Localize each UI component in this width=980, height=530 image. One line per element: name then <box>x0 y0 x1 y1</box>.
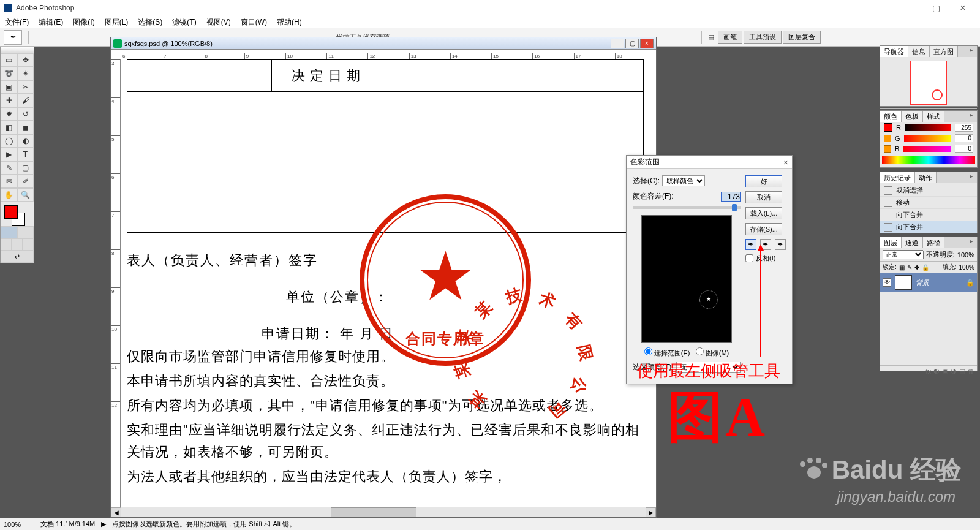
jump-to-imageready[interactable]: ⇄ <box>1 251 34 263</box>
radio-image[interactable]: 图像(M) <box>696 349 729 357</box>
tool-clone[interactable]: ✹ <box>1 107 17 121</box>
screen-full[interactable] <box>23 238 34 251</box>
selection-preview[interactable]: ★ <box>641 215 732 343</box>
dialog-title-bar[interactable]: 色彩范围 × <box>627 156 792 169</box>
ruler-vertical[interactable]: 3456789101112 <box>111 59 121 507</box>
lock-pixels-icon[interactable]: ✎ <box>907 264 912 271</box>
document-title-bar[interactable]: sqxfsqs.psd @ 100%(RGB/8) – ▢ × <box>111 37 656 50</box>
cancel-button[interactable]: 取消 <box>745 191 782 203</box>
adjustment-icon[interactable]: ◑ <box>951 367 957 375</box>
tool-hand[interactable]: ✋ <box>1 188 17 202</box>
blend-mode-dropdown[interactable]: 正常 <box>883 250 924 259</box>
color-swatches[interactable] <box>1 202 34 226</box>
menu-select[interactable]: 选择(S) <box>133 16 167 28</box>
radio-selection[interactable]: 选择范围(E) <box>644 349 690 357</box>
eyedropper-sub-icon[interactable]: ✒ <box>775 239 786 250</box>
tool-dodge[interactable]: ◐ <box>17 134 34 148</box>
g-value[interactable]: 0 <box>955 134 973 142</box>
mask-icon[interactable]: ◐ <box>933 367 940 375</box>
menu-edit[interactable]: 编辑(E) <box>34 16 68 28</box>
layer-name[interactable]: 背景 <box>916 278 929 287</box>
panel-menu-icon[interactable]: ▸ <box>966 172 977 183</box>
h-scrollbar[interactable]: ◀ ▶ <box>111 507 656 517</box>
tool-slice[interactable]: ✂ <box>17 80 34 94</box>
tool-blur[interactable]: ◯ <box>1 134 17 148</box>
tool-brush[interactable]: 🖌 <box>17 94 34 107</box>
menu-help[interactable]: 帮助(H) <box>272 16 307 28</box>
save-button[interactable]: 存储(S)... <box>745 223 782 235</box>
menu-view[interactable]: 视图(V) <box>202 16 236 28</box>
history-item[interactable]: 向下合并 <box>880 221 977 233</box>
current-tool-icon[interactable]: ✒ <box>4 30 22 45</box>
tool-shape[interactable]: ▢ <box>17 161 34 175</box>
doc-close-button[interactable]: × <box>640 39 654 48</box>
tool-zoom[interactable]: 🔍 <box>17 188 34 202</box>
tab-styles[interactable]: 样式 <box>923 111 944 122</box>
tool-magic-wand[interactable]: ✴ <box>17 67 34 80</box>
gamut-warning-icon[interactable] <box>884 135 891 142</box>
ok-button[interactable]: 好 <box>745 175 782 187</box>
tool-eraser[interactable]: ◧ <box>1 121 17 134</box>
tool-move[interactable]: ✥ <box>17 53 34 67</box>
status-doc-size[interactable]: 文档:11.1M/9.14M <box>40 520 95 529</box>
tool-crop[interactable]: ▣ <box>1 80 17 94</box>
lock-all-icon[interactable]: 🔒 <box>922 264 929 271</box>
edit-standard-mode[interactable] <box>1 226 17 238</box>
menu-window[interactable]: 窗口(W) <box>236 16 272 28</box>
tool-history-brush[interactable]: ↺ <box>17 107 34 121</box>
b-value[interactable]: 0 <box>955 145 973 153</box>
screen-standard[interactable] <box>1 238 12 251</box>
b-slider[interactable] <box>903 146 951 152</box>
screen-full-menubar[interactable] <box>12 238 23 251</box>
folder-icon[interactable]: ▣ <box>942 367 948 375</box>
palette-well-icon[interactable]: ▤ <box>704 33 718 41</box>
tab-history[interactable]: 历史记录 <box>880 172 915 183</box>
tab-swatches[interactable]: 色板 <box>902 111 923 122</box>
tool-pen[interactable]: ✎ <box>1 161 17 175</box>
color-fg-swatch[interactable] <box>884 123 892 132</box>
tool-lasso[interactable]: ➰ <box>1 67 17 80</box>
menu-file[interactable]: 文件(F) <box>0 16 34 28</box>
history-item[interactable]: 向下合并 <box>880 209 977 221</box>
history-item[interactable]: 取消选择 <box>880 184 977 197</box>
well-tab-brushes[interactable]: 画笔 <box>718 31 742 44</box>
eyedropper-icon[interactable]: ✒ <box>745 239 756 250</box>
foreground-color-swatch[interactable] <box>4 205 18 219</box>
panel-menu-icon[interactable]: ▸ <box>966 46 977 57</box>
scroll-thumb[interactable] <box>331 507 417 517</box>
dialog-close-button[interactable]: × <box>783 157 788 167</box>
tool-eyedropper[interactable]: ✐ <box>17 175 34 188</box>
lock-position-icon[interactable]: ✥ <box>914 264 919 271</box>
history-item[interactable]: 移动 <box>880 197 977 209</box>
tool-notes[interactable]: ✉ <box>1 175 17 188</box>
window-minimize-button[interactable]: — <box>895 0 922 16</box>
well-tab-layer-comps[interactable]: 图层复合 <box>783 31 821 44</box>
layer-row[interactable]: 👁 背景 🔒 <box>880 273 977 292</box>
layer-thumbnail[interactable] <box>895 275 912 290</box>
new-layer-icon[interactable]: ▤ <box>959 367 965 375</box>
tool-marquee[interactable]: ▭ <box>1 53 17 67</box>
opacity-value[interactable]: 100% <box>957 251 974 259</box>
scroll-left-button[interactable]: ◀ <box>111 507 121 517</box>
lock-transparency-icon[interactable]: ▦ <box>899 264 905 271</box>
well-tab-tool-presets[interactable]: 工具预设 <box>744 31 782 44</box>
fx-icon[interactable]: fx <box>925 368 931 375</box>
tab-actions[interactable]: 动作 <box>915 172 937 183</box>
tab-layers[interactable]: 图层 <box>880 237 902 248</box>
window-maximize-button[interactable]: ▢ <box>922 0 949 16</box>
doc-maximize-button[interactable]: ▢ <box>625 39 639 48</box>
canvas[interactable]: 决定日期 表人（负责人、经营者）签字 单位（公章）： 申请日期： 年 月 日 仅… <box>121 59 656 507</box>
tab-channels[interactable]: 通道 <box>902 237 923 248</box>
tool-type[interactable]: T <box>17 148 34 161</box>
invert-checkbox[interactable]: 反相(I) <box>745 254 786 263</box>
tab-info[interactable]: 信息 <box>908 46 930 57</box>
fill-value[interactable]: 100% <box>959 264 974 271</box>
tool-gradient[interactable]: ◼ <box>17 121 34 134</box>
scroll-track[interactable] <box>121 507 646 517</box>
edit-quickmask-mode[interactable] <box>17 226 34 238</box>
panel-menu-icon[interactable]: ▸ <box>966 111 977 122</box>
menu-layer[interactable]: 图层(L) <box>100 16 134 28</box>
tool-path-select[interactable]: ▶ <box>1 148 17 161</box>
tab-paths[interactable]: 路径 <box>923 237 944 248</box>
fuzziness-value[interactable]: 173 <box>721 192 741 202</box>
